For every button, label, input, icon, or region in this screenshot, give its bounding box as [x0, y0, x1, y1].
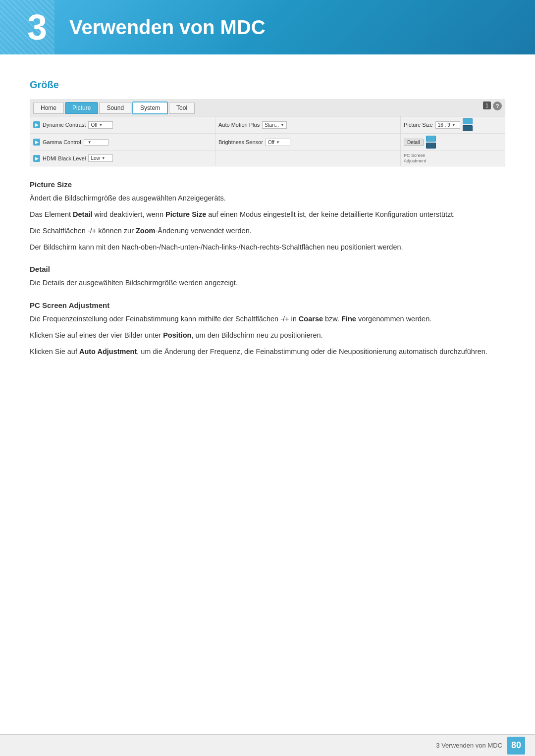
icon-btn-top[interactable]: [463, 118, 473, 124]
subsection-title-2: Detail: [30, 265, 505, 273]
icon-buttons: [463, 118, 473, 131]
body-text-1b: Das Element Detail wird deaktiviert, wen…: [30, 209, 505, 220]
ui-mid-col-2: Brightness Sensor Off ▼: [215, 134, 401, 151]
subsection-title-3: PC Screen Adjustment: [30, 301, 505, 309]
select-dynamic-contrast[interactable]: Off ▼: [88, 121, 113, 129]
chapter-header: 3 Verwenden von MDC: [0, 0, 535, 54]
chapter-number: 3: [15, 9, 59, 45]
ui-mid-col-1: Auto Motion Plus Stan... ▼: [215, 116, 401, 133]
select-hdmi[interactable]: Low ▼: [88, 154, 113, 162]
ui-screenshot: Home Picture Sound System Tool 1 ? ▶ Dyn…: [30, 100, 505, 166]
ui-right-col-3: PC ScreenAdjustment: [401, 151, 505, 166]
label-picture-size: Picture Size: [404, 122, 433, 128]
tab-picture[interactable]: Picture: [65, 102, 98, 114]
tab-tool[interactable]: Tool: [169, 102, 195, 114]
select-auto-motion[interactable]: Stan... ▼: [262, 121, 287, 129]
body-text-2a: Die Details der ausgewählten Bildschirmg…: [30, 277, 505, 289]
subsection-title-1: Picture Size: [30, 180, 505, 189]
ui-mid-col-3: [215, 151, 401, 166]
arrow-btn-2[interactable]: ▶: [33, 139, 40, 146]
arrow-btn-1[interactable]: ▶: [33, 121, 40, 128]
help-badge[interactable]: ?: [493, 101, 502, 110]
select-picture-size[interactable]: 16 : 9 ▼: [435, 121, 460, 129]
ui-rows: ▶ Dynamic Contrast Off ▼ Auto Motion Plu…: [30, 116, 505, 166]
ui-right-col-1: Picture Size 16 : 9 ▼: [401, 116, 505, 133]
footer-chapter-text: 3 Verwenden von MDC: [436, 742, 502, 749]
body-text-1c: Die Schaltflächen -/+ können zur Zoom-Än…: [30, 225, 505, 237]
chevron-down-icon: ▼: [99, 123, 103, 127]
main-content: Größe Home Picture Sound System Tool 1 ?…: [0, 54, 535, 392]
body-text-1d: Der Bildschirm kann mit den Nach-oben-/N…: [30, 242, 505, 253]
select-value-brightness: Off: [268, 140, 274, 145]
body-text-3a: Die Frequenzeinstellung oder Feinabstimm…: [30, 313, 505, 325]
select-value-size: 16 : 9: [438, 122, 450, 128]
label-gamma: Gamma Control: [43, 139, 81, 145]
chapter-title: Verwenden von MDC: [69, 16, 266, 39]
select-brightness[interactable]: Off ▼: [266, 139, 290, 146]
icon-buttons-2: [426, 136, 436, 149]
section-heading: Größe: [30, 79, 505, 91]
ui-toolbar: Home Picture Sound System Tool 1 ?: [30, 100, 505, 116]
tab-sound[interactable]: Sound: [99, 102, 131, 114]
tab-home[interactable]: Home: [33, 102, 64, 114]
ui-left-col-3: ▶ HDMI Black Level Low ▼: [30, 151, 215, 166]
body-text-1a: Ändert die Bildschirmgröße des ausgewähl…: [30, 193, 505, 204]
ui-row-2: ▶ Gamma Control ▼ Brightness Sensor Off …: [30, 134, 505, 151]
chevron-down-icon-2: ▼: [280, 123, 284, 127]
icon-btn-bottom-2[interactable]: [426, 143, 436, 149]
chevron-down-icon-6: ▼: [102, 156, 106, 160]
ui-right-col-2: Detail: [401, 134, 505, 151]
body-text-3c: Klicken Sie auf Auto Adjustment, um die …: [30, 346, 505, 357]
pc-screen-label: PC ScreenAdjustment: [404, 153, 426, 164]
select-value-hdmi: Low: [91, 155, 100, 161]
page-number: 80: [507, 737, 525, 755]
detail-btn[interactable]: Detail: [404, 139, 424, 146]
chevron-down-icon-4: ▼: [88, 140, 92, 145]
ui-row-3: ▶ HDMI Black Level Low ▼ PC ScreenAdjust…: [30, 151, 505, 166]
chevron-down-icon-3: ▼: [452, 123, 456, 127]
tab-system[interactable]: System: [132, 101, 168, 114]
arrow-btn-3[interactable]: ▶: [33, 155, 40, 162]
select-gamma[interactable]: ▼: [84, 139, 108, 146]
label-brightness: Brightness Sensor: [218, 139, 263, 145]
ui-left-col-2: ▶ Gamma Control ▼: [30, 134, 215, 151]
body-text-3b: Klicken Sie auf eines der vier Bilder un…: [30, 330, 505, 341]
icon-btn-bottom[interactable]: [463, 125, 473, 131]
number-badge: 1: [483, 101, 491, 109]
chevron-down-icon-5: ▼: [276, 140, 280, 145]
ui-row-1: ▶ Dynamic Contrast Off ▼ Auto Motion Plu…: [30, 116, 505, 134]
select-value-motion: Stan...: [265, 122, 279, 128]
select-value-dynamic: Off: [91, 122, 97, 128]
page-footer: 3 Verwenden von MDC 80: [0, 734, 535, 756]
icon-btn-top-2[interactable]: [426, 136, 436, 142]
label-hdmi: HDMI Black Level: [43, 155, 86, 161]
label-auto-motion: Auto Motion Plus: [218, 122, 260, 128]
label-dynamic-contrast: Dynamic Contrast: [43, 122, 86, 128]
ui-left-col-1: ▶ Dynamic Contrast Off ▼: [30, 116, 215, 133]
